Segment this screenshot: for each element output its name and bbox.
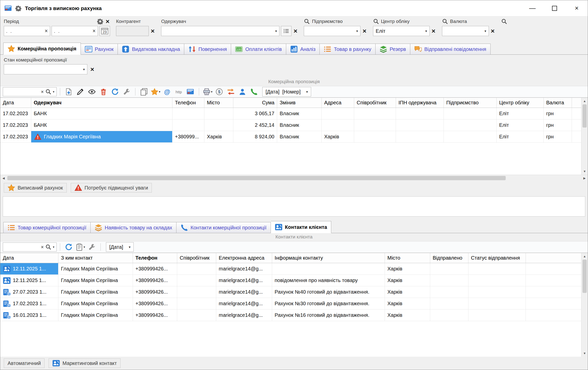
close-button[interactable]: × bbox=[566, 0, 588, 16]
cell[interactable]: +380999426... bbox=[133, 298, 177, 309]
main-search-input[interactable]: × ▾ bbox=[3, 87, 57, 96]
column-header[interactable]: Змінив bbox=[277, 98, 322, 108]
cell[interactable]: marielgrace14@g... bbox=[216, 298, 272, 309]
column-header[interactable]: Дата bbox=[0, 253, 58, 263]
cell[interactable] bbox=[444, 131, 497, 142]
tab-main-8[interactable]: Відправлені повідомлення bbox=[410, 44, 491, 55]
contacts-row[interactable]: 27.07.2023 1...Гладких Марія Сергіївна+3… bbox=[0, 286, 581, 298]
proposal-state-clear-button[interactable]: × bbox=[90, 66, 95, 73]
recipient-combo[interactable]: ▾ bbox=[161, 26, 279, 36]
column-header[interactable]: З ким контакт bbox=[58, 253, 133, 263]
contacts-search-input[interactable]: × ▾ bbox=[3, 242, 57, 252]
cell[interactable]: грн bbox=[544, 119, 572, 131]
cell[interactable]: 12.11.2025 1... bbox=[0, 263, 58, 274]
cell[interactable]: +380999... bbox=[172, 131, 204, 142]
tab-main-1[interactable]: Рахунок bbox=[81, 44, 118, 55]
cell[interactable] bbox=[468, 263, 526, 274]
column-header[interactable]: Співробітник bbox=[354, 98, 396, 108]
clear-search-icon[interactable]: × bbox=[41, 89, 44, 94]
tab-bottom-3[interactable]: Контакти клієнта bbox=[271, 221, 332, 233]
column-header[interactable]: Телефон bbox=[133, 253, 177, 263]
email-icon[interactable]: @ bbox=[162, 87, 172, 97]
cell[interactable]: Рахунок №30 готовий до відвантаження. bbox=[272, 298, 385, 309]
tab-main-0[interactable]: Комерційна пропозиція bbox=[3, 43, 81, 55]
clipboard-report-icon[interactable]: ▾ bbox=[75, 242, 86, 252]
cell[interactable]: Харків bbox=[385, 286, 430, 298]
contacts-row[interactable]: 12.11.2025 1...Гладких Марія Сергіївна+3… bbox=[0, 275, 581, 286]
cell[interactable]: +380999426... bbox=[133, 263, 177, 274]
period-from-input[interactable]: . . × bbox=[4, 26, 50, 36]
cell[interactable]: грн bbox=[544, 131, 572, 142]
scroll-thumb[interactable] bbox=[582, 104, 587, 128]
cell[interactable] bbox=[396, 131, 444, 142]
cell[interactable] bbox=[272, 263, 385, 274]
cell[interactable]: Власник bbox=[277, 108, 322, 119]
scroll-right-icon[interactable]: ▶ bbox=[581, 175, 588, 181]
clear-icon[interactable]: × bbox=[43, 28, 48, 34]
column-header[interactable]: Відправлено bbox=[430, 253, 468, 263]
scroll-left-icon[interactable]: ◀ bbox=[0, 175, 7, 181]
clear-search-icon[interactable]: × bbox=[41, 244, 44, 250]
call-icon[interactable] bbox=[249, 87, 259, 97]
cell[interactable] bbox=[430, 298, 468, 309]
main-horizontal-scrollbar[interactable]: ◀ ▶ bbox=[0, 175, 588, 181]
column-header[interactable]: Електронна адреса bbox=[216, 253, 272, 263]
cell[interactable] bbox=[468, 310, 526, 321]
cell[interactable] bbox=[468, 298, 526, 309]
cell[interactable]: Харків bbox=[322, 131, 354, 142]
cell[interactable]: Харків bbox=[204, 131, 233, 142]
cell[interactable] bbox=[172, 119, 204, 131]
column-header[interactable]: Сума bbox=[233, 98, 277, 108]
recipient-list-button[interactable] bbox=[281, 26, 291, 36]
cell[interactable] bbox=[468, 286, 526, 298]
main-row[interactable]: 17.02.2023БАНК2 452,14ВласникЕлітгрн bbox=[0, 119, 581, 131]
tab-main-3[interactable]: Повернення bbox=[184, 44, 231, 55]
main-row[interactable]: 17.02.2023Гладких Марія Сергіївна+380999… bbox=[0, 131, 581, 143]
cell[interactable]: Власник bbox=[277, 119, 322, 131]
cell[interactable]: Харків bbox=[385, 298, 430, 309]
cell[interactable] bbox=[172, 108, 204, 119]
scroll-down-icon[interactable]: ▼ bbox=[581, 168, 588, 175]
cell[interactable] bbox=[177, 275, 216, 286]
search-icon[interactable] bbox=[45, 89, 51, 95]
accounting-center-combo[interactable]: Еліт ▾ bbox=[373, 26, 430, 36]
cell[interactable]: Рахунок №40 готовий до відвантаження. bbox=[272, 286, 385, 298]
payment-icon[interactable]: $ bbox=[214, 87, 225, 97]
refresh-icon[interactable] bbox=[63, 242, 74, 252]
cell[interactable] bbox=[354, 119, 396, 131]
column-header[interactable]: Місто bbox=[385, 253, 430, 263]
cell[interactable]: +380999426... bbox=[133, 286, 177, 298]
cell[interactable]: marielgrace14@g... bbox=[216, 310, 272, 321]
http-icon[interactable]: http bbox=[173, 87, 184, 97]
tab-main-5[interactable]: Аналіз bbox=[286, 44, 320, 55]
calendar-button[interactable]: 23 bbox=[99, 26, 110, 36]
contacts-order-combo[interactable]: [Дата] ▾ bbox=[106, 242, 134, 252]
scroll-up-icon[interactable]: ▲ bbox=[581, 253, 588, 260]
contacts-row[interactable]: 17.02.2023 1...Гладких Марія Сергіївна+3… bbox=[0, 298, 581, 310]
cell[interactable]: Харків bbox=[385, 310, 430, 321]
main-order-combo[interactable]: [Дата] [Номер] ▾ bbox=[262, 87, 311, 97]
enterprise-clear-button[interactable]: × bbox=[362, 28, 367, 34]
recipient-clear-button[interactable]: × bbox=[293, 28, 298, 34]
print-icon[interactable]: ▾ bbox=[202, 87, 213, 97]
service-icon[interactable] bbox=[121, 87, 132, 97]
tab-bottom-2[interactable]: Контакти комерційної пропозиції bbox=[176, 222, 271, 233]
scroll-thumb[interactable] bbox=[7, 176, 506, 180]
cell[interactable] bbox=[444, 108, 497, 119]
cell[interactable]: Гладких Марія Сергіївна bbox=[31, 131, 172, 142]
maximize-button[interactable] bbox=[543, 0, 566, 16]
cell[interactable]: +380999426... bbox=[133, 310, 177, 321]
cell[interactable]: Харків bbox=[385, 263, 430, 274]
settings-gear-icon[interactable] bbox=[15, 5, 21, 11]
period-settings-icon[interactable] bbox=[97, 18, 103, 24]
accounting-center-search-icon[interactable] bbox=[373, 18, 379, 24]
contacts-row[interactable]: 16.01.2023 1...Гладких Марія Сергіївна+3… bbox=[0, 310, 581, 321]
preview-icon[interactable] bbox=[87, 87, 97, 97]
scroll-up-icon[interactable]: ▲ bbox=[581, 98, 588, 104]
cell[interactable] bbox=[430, 263, 468, 274]
cell[interactable]: Власник bbox=[277, 131, 322, 142]
cell[interactable]: marielgrace14@g... bbox=[216, 275, 272, 286]
tab-bottom-0[interactable]: Товар комерційної пропозиції bbox=[3, 222, 91, 233]
contragent-input[interactable] bbox=[116, 26, 149, 36]
add-document-icon[interactable] bbox=[63, 87, 74, 97]
